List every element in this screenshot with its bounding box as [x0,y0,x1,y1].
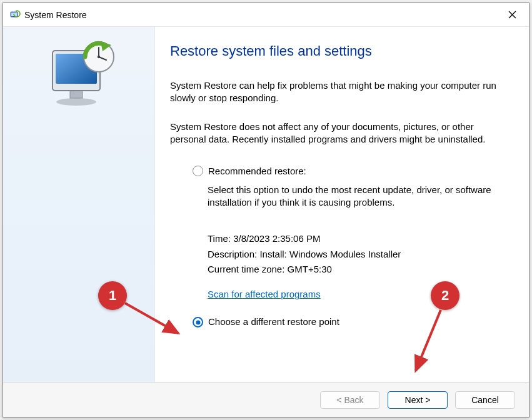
close-icon [508,11,516,19]
window-title: System Restore [24,10,496,20]
meta-time: Time: 3/8/2023 2:35:06 PM [208,232,508,245]
radio-unselected-icon [193,166,203,176]
content-panel: Restore system files and settings System… [155,27,529,382]
choose-different-restore-label: Choose a different restore point [208,316,339,328]
sidebar-illustration-panel [3,27,155,382]
intro-text: System Restore can help fix problems tha… [170,79,508,105]
footer-buttons: < Back Next > Cancel [3,382,529,417]
back-button[interactable]: < Back [320,391,380,409]
cancel-button[interactable]: Cancel [455,391,515,409]
annotation-badge-1: 1 [98,281,127,310]
annotation-badge-2: 2 [431,281,459,310]
scan-affected-programs-link[interactable]: Scan for affected programs [208,288,321,301]
meta-timezone: Current time zone: GMT+5:30 [208,263,508,276]
system-restore-window: System Restore [3,2,529,418]
recommended-restore-label: Recommended restore: [208,165,306,178]
recommended-restore-desc: Select this option to undo the most rece… [170,184,508,209]
svg-point-13 [98,56,100,58]
svg-rect-2 [13,17,16,18]
radio-selected-icon [193,317,203,328]
meta-description: Description: Install: Windows Modules In… [208,248,508,261]
choose-different-restore-radio[interactable]: Choose a different restore point [170,316,508,328]
system-restore-illustration [41,39,116,108]
close-button[interactable] [496,4,528,26]
sub-text: System Restore does not affect any of yo… [170,121,508,146]
next-button[interactable]: Next > [388,391,448,409]
page-heading: Restore system files and settings [170,42,508,61]
titlebar: System Restore [3,3,529,27]
system-restore-icon [9,9,21,21]
svg-point-6 [56,98,96,106]
recommended-restore-radio[interactable]: Recommended restore: [193,165,508,178]
